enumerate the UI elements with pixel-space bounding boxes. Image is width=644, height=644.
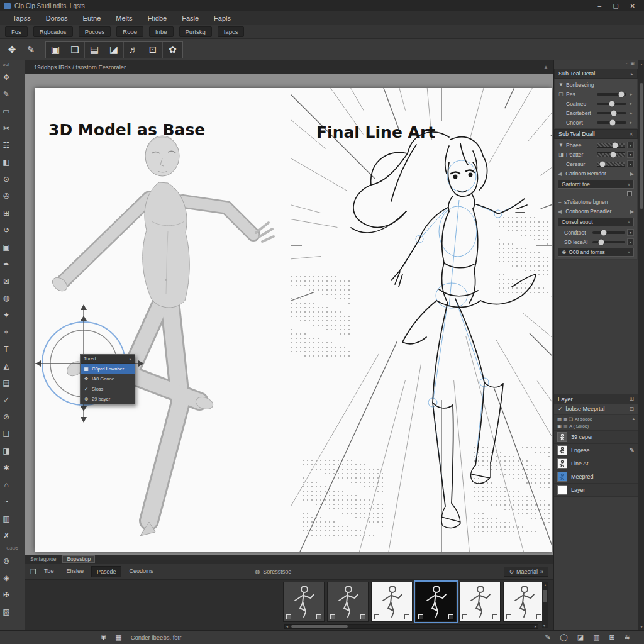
scrollbar-thumb[interactable] [291,625,348,628]
tool-icon[interactable]: ▭ [0,103,13,119]
vertical-scrollbar[interactable]: ▴▾ [542,582,548,628]
layer-row[interactable]: Meepred [554,470,638,484]
tool-icon[interactable]: ✦ [0,306,13,323]
dropdown-button-icon[interactable]: ▾ [627,160,634,167]
brush-tool-icon[interactable]: ✎ [23,42,39,58]
dropdown-button-icon[interactable]: ▾ [627,142,634,148]
close-panel-icon[interactable]: ✕ [629,131,633,137]
stepper-icon[interactable]: ▸ [628,101,634,106]
quick-button[interactable]: fribe [149,26,173,37]
dock-icon[interactable]: ▣ [630,61,635,69]
tool-icon[interactable]: ✥ [0,69,13,86]
slider-track[interactable] [597,143,625,148]
tool-icon[interactable]: ✂ [0,119,13,136]
tool-icon[interactable]: ↺ [0,221,13,238]
slider-track[interactable] [592,241,625,243]
menu-item[interactable]: Eutne [75,13,109,23]
slider-knob[interactable] [609,101,614,106]
file-format-icon[interactable]: ▦ [115,633,121,641]
material-thumbnail[interactable] [327,582,369,622]
tool-icon[interactable]: T [0,340,13,357]
tool-icon[interactable]: ▥ [0,510,13,527]
layer-menu-icon[interactable]: ⊞ [629,396,634,402]
option-row[interactable]: ≡ s7vitaotone bgnen [555,197,637,206]
collapse-arrow-icon[interactable]: ▴ [633,416,635,421]
context-menu-item[interactable]: ⊕ 29 bayer [80,394,135,404]
canvas-page[interactable]: 3D Model as Base Final Line Art [35,88,552,552]
menu-item[interactable]: Ftidbe [140,13,175,23]
toolbar-button-icon[interactable]: ▣ [46,42,65,58]
blend-options-icon[interactable]: ⊡ [629,406,634,412]
tool-icon[interactable]: ☷ [0,136,13,153]
sub-tool-detail-header-1[interactable]: Sub Teal Detal ▸ [554,69,638,79]
status-tool-icon[interactable]: ▥ [593,633,599,641]
tool-icon[interactable]: ⌂ [0,476,13,493]
quick-button[interactable]: Rooe [116,26,143,37]
status-tool-icon[interactable]: ◯ [560,633,567,641]
toolbar-button-icon[interactable]: ⊡ [143,42,163,58]
material-thumbnail[interactable] [503,582,545,622]
slider-knob[interactable] [609,119,615,125]
quick-button[interactable]: Pocoes [79,26,111,37]
menu-item[interactable]: Melts [108,13,140,23]
layer-row[interactable]: Line At [554,457,638,470]
slider-track[interactable] [597,112,626,114]
bottom-toolbar-button[interactable]: Pasede [91,566,122,577]
tool-icon[interactable]: ◨ [0,442,13,459]
scroll-up-icon[interactable]: ▴ [638,62,644,66]
menu-item[interactable]: Dorsos [38,13,75,23]
pose-dropdown[interactable]: ⊕ O08 and fomss ˅ [558,248,634,257]
tool-icon[interactable]: ✎ [0,86,13,103]
tool-icon[interactable]: ◧ [0,153,13,170]
toolbar-button-icon[interactable]: ♬ [124,42,143,58]
slider-knob[interactable] [601,230,606,235]
maximize-button[interactable]: ▢ [613,3,618,9]
tool-icon[interactable]: ⊚ [0,552,13,569]
menu-item[interactable]: Tapss [5,13,38,23]
toolbar-button-icon[interactable]: ▤ [85,42,104,58]
toolbar-button-icon[interactable]: ❏ [65,42,85,58]
collapse-icon[interactable]: ▫ [626,61,627,69]
quick-button[interactable]: Purtskg [179,26,212,37]
tool-icon[interactable]: ⊞ [0,204,13,221]
tool-icon[interactable]: ✇ [0,187,13,204]
tool-icon[interactable]: ❑ [0,425,13,442]
tool-icon[interactable]: ⊘ [0,408,13,425]
dropdown-button-icon[interactable]: ▾ [627,238,634,245]
slider-track[interactable] [597,152,625,157]
tool-icon[interactable]: ✠ [0,586,13,603]
scroll-right-icon[interactable]: ▸ [535,624,536,628]
minimize-button[interactable]: – [598,3,602,9]
tool-icon[interactable]: ▤ [0,374,13,391]
material-thumbnail[interactable] [283,582,325,622]
close-button[interactable]: ✕ [630,3,635,9]
slider-knob[interactable] [599,239,604,245]
material-thumbnail[interactable] [459,582,501,622]
tool-icon[interactable]: ⊠ [0,272,13,289]
status-tool-icon[interactable]: ◪ [577,633,584,641]
slider-knob[interactable] [611,110,616,116]
stepper-icon[interactable]: ▸ [628,120,634,125]
slider-track[interactable] [597,162,625,167]
material-button[interactable]: ↻ Maecrial » [504,567,548,577]
status-tool-icon[interactable]: ⊞ [609,633,615,641]
bottom-toolbar-button[interactable]: Ehslee [61,566,89,577]
select-tool-icon[interactable]: ✥ [4,42,20,58]
bottom-toolbar-button[interactable]: Tbe [39,566,59,577]
document-tab[interactable]: 19dobps IRds / tsostom Eesroraler [34,64,126,70]
slider-track[interactable] [592,231,625,234]
slider-knob[interactable] [612,142,618,148]
layer-tool-icons[interactable]: ▣ ▥ [557,423,567,429]
slider-knob[interactable] [610,152,616,157]
context-menu-item[interactable]: ✥ IA8 Ganoe [80,374,135,384]
layer-row[interactable]: Lngese ✎ [554,444,638,457]
status-tool-icon[interactable]: ≋ [625,633,630,641]
toolbar-button-icon[interactable]: ◪ [104,42,124,58]
layer-tool-icons[interactable]: ▦ ▩ ❏ [557,416,573,422]
dropdown-button-icon[interactable]: ▾ [627,229,634,236]
scroll-left-icon[interactable]: ◂ [286,624,288,628]
checkbox[interactable] [627,191,632,196]
stepper-icon[interactable]: ▸ [628,92,634,97]
panel-scrollbar[interactable]: ▴ ▾ [638,60,644,630]
bottom-toolbar-button[interactable]: Ceodoins [124,566,158,577]
